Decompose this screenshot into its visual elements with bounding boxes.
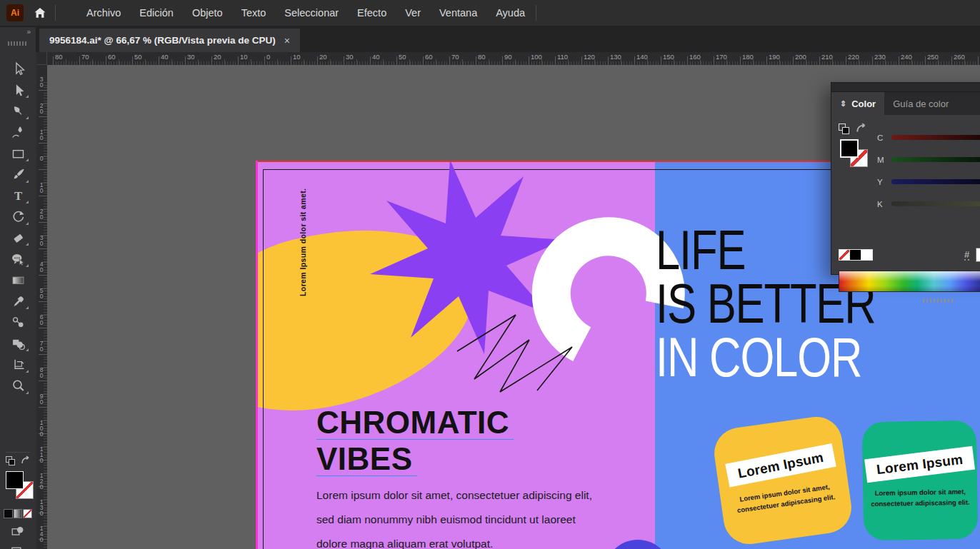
- color-spectrum-bar[interactable]: [839, 271, 980, 292]
- home-icon[interactable]: [29, 6, 51, 20]
- panel-swap-fill-stroke-icon[interactable]: [839, 122, 867, 135]
- black-swatch[interactable]: [850, 249, 861, 261]
- menu-texto[interactable]: Texto: [232, 0, 276, 26]
- title-line: CHROMATIC: [316, 408, 514, 440]
- menu-ventana[interactable]: Ventana: [430, 0, 486, 26]
- yellow-card: Lorem Ipsum Lorem ipsum dolor sit amet,c…: [711, 413, 854, 547]
- h-ruler-number: 10: [293, 53, 301, 61]
- paintbrush-tool[interactable]: [0, 164, 36, 186]
- menu-edición[interactable]: Edición: [130, 0, 183, 26]
- channel-slider[interactable]: [891, 179, 980, 184]
- color-panel: ⇕ Color Guía de color CMYK #: [831, 82, 980, 275]
- swap-fill-stroke-icon[interactable]: [4, 455, 31, 467]
- shape-builder-tool[interactable]: [0, 333, 36, 355]
- v-ruler-number: 10: [38, 181, 45, 193]
- blend-tool[interactable]: [0, 312, 36, 333]
- zoom-tool[interactable]: [0, 376, 36, 397]
- screen-mode-button[interactable]: [9, 543, 26, 549]
- v-ruler-number: 50: [38, 287, 45, 298]
- tab-close-icon[interactable]: ×: [284, 35, 290, 46]
- h-ruler-number: 40: [161, 53, 169, 61]
- card-text: Lorem ipsum dolor sit amet,consectetuer …: [863, 486, 977, 510]
- none-button[interactable]: [23, 509, 32, 518]
- v-ruler-number: 100: [38, 419, 45, 436]
- h-ruler-number: 260: [954, 53, 965, 61]
- h-ruler-number: 120: [584, 53, 595, 61]
- v-ruler-number: 30: [38, 76, 45, 87]
- menu-separator: [55, 5, 56, 21]
- rectangle-tool[interactable]: [0, 143, 36, 164]
- panel-collapse-icon[interactable]: ⇕: [840, 99, 846, 109]
- channel-row-k: K: [877, 193, 980, 215]
- curvature-tool[interactable]: [0, 122, 36, 143]
- direct-selection-tool[interactable]: [0, 80, 36, 101]
- hex-label: #: [964, 250, 969, 261]
- menu-seleccionar[interactable]: Seleccionar: [275, 0, 348, 26]
- artboard-tool[interactable]: [0, 354, 36, 376]
- h-ruler-number: 80: [478, 53, 486, 61]
- menu-archivo[interactable]: Archivo: [77, 0, 130, 26]
- toolbar-header[interactable]: »: [0, 27, 36, 52]
- gradient-tool[interactable]: [0, 270, 36, 291]
- channel-slider[interactable]: [891, 201, 980, 206]
- channel-slider[interactable]: [891, 135, 980, 140]
- tab-color[interactable]: ⇕ Color: [831, 92, 884, 115]
- app-logo-icon[interactable]: Ai: [6, 4, 24, 21]
- green-card: Lorem Ipsum Lorem ipsum dolor sit amet,c…: [862, 420, 979, 541]
- channel-label: K: [877, 200, 891, 208]
- channel-row-c: C: [877, 126, 980, 148]
- white-swatch[interactable]: [861, 249, 873, 261]
- menu-objeto[interactable]: Objeto: [183, 0, 232, 26]
- paragraph-line: dolore magna aliquam erat volutpat.: [316, 532, 592, 549]
- menu-separator-right: [536, 5, 536, 21]
- eyedropper-tool[interactable]: [0, 291, 36, 313]
- tools-list: T: [0, 59, 36, 397]
- v-ruler-number: 20: [38, 102, 45, 114]
- v-ruler-number: 70: [38, 340, 45, 351]
- v-ruler-number: 0: [38, 155, 45, 161]
- type-tool[interactable]: T: [0, 186, 36, 207]
- h-ruler-number: 20: [319, 53, 327, 61]
- rotate-tool[interactable]: [0, 206, 36, 228]
- shaper-tool[interactable]: [0, 248, 36, 270]
- menu-ver[interactable]: Ver: [396, 0, 430, 26]
- document-tab[interactable]: 9956184.ai* @ 66,67 % (RGB/Vista previa …: [39, 29, 300, 52]
- tab-color-label: Color: [851, 99, 876, 109]
- v-ruler-number: 90: [38, 393, 45, 404]
- collapse-chevrons-icon[interactable]: »: [26, 28, 30, 36]
- h-ruler-number: 100: [531, 53, 542, 61]
- v-ruler-number: 140: [38, 525, 45, 542]
- h-ruler-number: 240: [901, 53, 912, 61]
- panel-tabs: ⇕ Color Guía de color: [831, 92, 980, 115]
- v-ruler-number: 80: [38, 366, 45, 378]
- pen-tool[interactable]: [0, 101, 36, 122]
- h-ruler-number: 190: [769, 53, 780, 61]
- color-button[interactable]: [4, 509, 13, 518]
- selection-edge-left: [256, 161, 258, 549]
- poster-title: CHROMATICVIBES: [316, 408, 514, 481]
- panel-fill-swatch[interactable]: [840, 139, 859, 158]
- v-ruler-number: 60: [38, 313, 45, 325]
- menu-ayuda[interactable]: Ayuda: [486, 0, 534, 26]
- menu-items: ArchivoEdiciónObjetoTextoSeleccionarEfec…: [77, 0, 534, 26]
- ruler-corner[interactable]: [37, 52, 47, 65]
- tab-color-guide[interactable]: Guía de color: [884, 92, 957, 115]
- h-ruler-number: 200: [795, 53, 806, 61]
- fill-color-swatch[interactable]: [6, 471, 24, 489]
- selection-tool[interactable]: [0, 59, 36, 80]
- poster-paragraph: Lorem ipsum dolor sit amet, consectetuer…: [316, 483, 592, 549]
- hex-input[interactable]: [976, 248, 980, 262]
- h-ruler-number: 80: [55, 53, 63, 61]
- color-panel-body: CMYK #: [831, 115, 980, 306]
- panel-header-bar[interactable]: [831, 83, 980, 92]
- channel-slider[interactable]: [891, 157, 980, 162]
- panel-resize-grip[interactable]: [923, 298, 954, 303]
- gradient-button[interactable]: [14, 509, 23, 518]
- channel-label: M: [877, 156, 891, 164]
- toolbar-grip[interactable]: [8, 41, 28, 46]
- channel-label: C: [877, 134, 891, 142]
- none-swatch[interactable]: [839, 249, 850, 261]
- drawing-mode-button[interactable]: [9, 523, 26, 539]
- menu-efecto[interactable]: Efecto: [348, 0, 396, 26]
- eraser-tool[interactable]: [0, 228, 36, 249]
